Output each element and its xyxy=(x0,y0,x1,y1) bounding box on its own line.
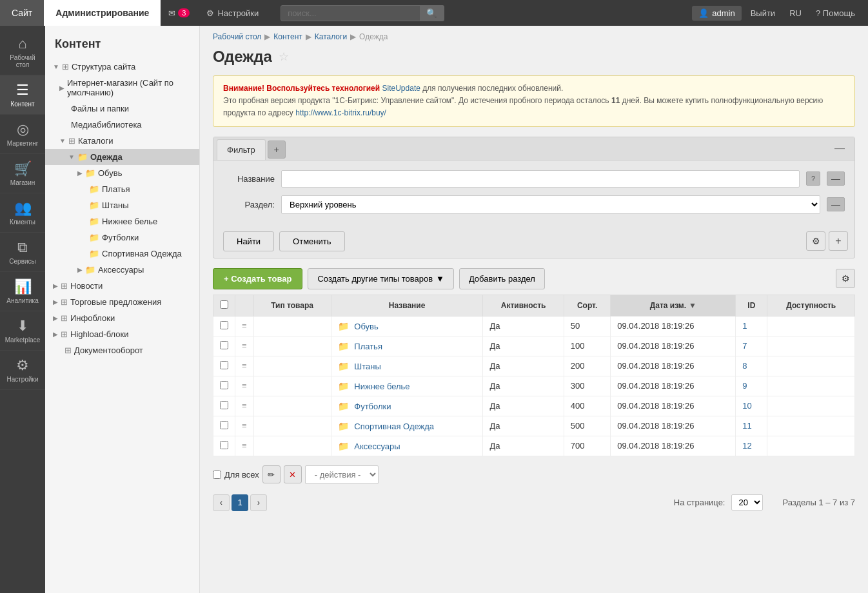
filter-section-remove[interactable]: — xyxy=(827,197,845,211)
find-button[interactable]: Найти xyxy=(223,231,274,251)
breadcrumb-link[interactable]: Каталоги xyxy=(315,32,347,41)
row-checkbox[interactable] xyxy=(220,341,228,349)
col-active[interactable]: Активность xyxy=(483,295,564,316)
messages-btn[interactable]: ✉ 3 xyxy=(161,8,197,18)
filter-add-tab[interactable]: + xyxy=(268,141,286,159)
row-name-link[interactable]: Аксессуары xyxy=(354,442,400,451)
col-select-all[interactable] xyxy=(213,295,235,316)
filter-help-btn[interactable]: ? xyxy=(806,171,820,186)
edit-selected-btn[interactable]: ✏ xyxy=(262,465,281,483)
nav-item[interactable]: 📁Футболки xyxy=(45,229,199,246)
row-checkbox-cell[interactable] xyxy=(213,416,235,436)
nav-item[interactable]: ⊞Документооборот xyxy=(45,342,199,358)
next-page-btn[interactable]: › xyxy=(250,494,267,511)
row-id-link[interactable]: 11 xyxy=(742,421,751,431)
filter-gear-btn[interactable]: ⚙ xyxy=(806,231,825,251)
filter-name-remove[interactable]: — xyxy=(827,171,845,186)
siteupdate-link[interactable]: SiteUpdate xyxy=(382,84,420,93)
nav-item[interactable]: ▶📁Обувь xyxy=(45,165,199,181)
site-tab[interactable]: Сайт xyxy=(0,0,44,26)
row-checkbox-cell[interactable] xyxy=(213,316,235,336)
drag-handle[interactable]: ≡ xyxy=(235,396,254,416)
row-checkbox[interactable] xyxy=(220,321,228,329)
per-page-select[interactable]: 20 xyxy=(731,494,763,510)
breadcrumb-link[interactable]: Контент xyxy=(273,32,302,41)
nav-item[interactable]: ▶⊞Инфоблоки xyxy=(45,310,199,326)
logout-btn[interactable]: Выйти xyxy=(744,6,782,21)
nav-item[interactable]: ▼⊞Каталоги xyxy=(45,133,199,149)
row-id-link[interactable]: 12 xyxy=(742,441,751,451)
drag-handle[interactable]: ≡ xyxy=(235,336,254,356)
col-id[interactable]: ID xyxy=(736,295,767,316)
row-checkbox[interactable] xyxy=(220,361,228,369)
row-name-link[interactable]: Футболки xyxy=(354,402,391,411)
create-other-btn[interactable]: Создать другие типы товаров ▼ xyxy=(308,268,454,289)
col-name[interactable]: Название xyxy=(331,295,483,316)
help-btn[interactable]: ? Помощь xyxy=(809,6,862,21)
row-name-link[interactable]: Платья xyxy=(354,342,382,351)
settings-btn[interactable]: ⚙ Настройки xyxy=(197,8,268,18)
nav-item[interactable]: ▶Интернет-магазин (Сайт по умолчанию) xyxy=(45,75,199,101)
sidebar-icon-content[interactable]: ☰Контент xyxy=(0,75,45,115)
select-all-checkbox[interactable] xyxy=(220,300,228,309)
filter-plus-btn[interactable]: + xyxy=(829,231,848,251)
actions-select[interactable]: - действия - xyxy=(305,465,379,484)
row-name-link[interactable]: Спортивная Одежда xyxy=(354,422,434,431)
row-checkbox-cell[interactable] xyxy=(213,436,235,456)
sidebar-icon-settings[interactable]: ⚙Настройки xyxy=(0,351,45,390)
row-checkbox[interactable] xyxy=(220,381,228,389)
drag-handle[interactable]: ≡ xyxy=(235,376,254,396)
row-id-link[interactable]: 1 xyxy=(742,321,747,331)
nav-item[interactable]: Медиабиблиотека xyxy=(45,117,199,133)
nav-item[interactable]: 📁Нижнее белье xyxy=(45,213,199,229)
nav-item[interactable]: ▼📁Одежда xyxy=(45,149,199,165)
search-button[interactable]: 🔍 xyxy=(420,5,444,21)
sidebar-icon-services[interactable]: ⧉Сервисы xyxy=(0,233,45,272)
favorite-star[interactable]: ☆ xyxy=(279,50,289,64)
drag-handle[interactable]: ≡ xyxy=(235,436,254,456)
footer-select-all[interactable] xyxy=(213,471,221,479)
row-checkbox-cell[interactable] xyxy=(213,376,235,396)
nav-item[interactable]: 📁Платья xyxy=(45,181,199,197)
row-name-link[interactable]: Штаны xyxy=(354,362,380,371)
sidebar-icon-analytics[interactable]: 📊Аналитика xyxy=(0,272,45,311)
row-checkbox[interactable] xyxy=(220,441,228,449)
filter-section-select[interactable]: Верхний уровень xyxy=(281,195,820,214)
row-id-link[interactable]: 8 xyxy=(742,361,747,371)
sidebar-icon-clients[interactable]: 👥Клиенты xyxy=(0,193,45,233)
nav-item[interactable]: Файлы и папки xyxy=(45,101,199,117)
row-id-link[interactable]: 7 xyxy=(742,341,747,351)
nav-item[interactable]: ▼⊞Структура сайта xyxy=(45,59,199,75)
page-1-btn[interactable]: 1 xyxy=(232,494,248,511)
nav-item[interactable]: ▶⊞Новости xyxy=(45,278,199,294)
cancel-button[interactable]: Отменить xyxy=(279,231,344,251)
create-product-btn[interactable]: + Создать товар xyxy=(213,268,302,289)
row-checkbox[interactable] xyxy=(220,421,228,429)
filter-name-input[interactable] xyxy=(281,170,800,188)
row-id-link[interactable]: 10 xyxy=(742,401,751,411)
row-checkbox-cell[interactable] xyxy=(213,336,235,356)
row-checkbox-cell[interactable] xyxy=(213,356,235,376)
col-sort[interactable]: Сорт. xyxy=(564,295,610,316)
search-input[interactable] xyxy=(281,5,422,21)
sidebar-icon-dashboard[interactable]: ⌂Рабочий стол xyxy=(0,29,45,75)
buy-link[interactable]: http://www.1c-bitrix.ru/buy/ xyxy=(295,108,386,117)
nav-item[interactable]: ▶📁Аксессуары xyxy=(45,262,199,278)
sidebar-icon-marketing[interactable]: ◎Маркетинг xyxy=(0,115,45,154)
filter-tab-main[interactable]: Фильтр xyxy=(217,139,266,160)
breadcrumb-link[interactable]: Рабочий стол xyxy=(213,32,261,41)
delete-selected-btn[interactable]: ✕ xyxy=(284,465,302,483)
table-gear-btn[interactable]: ⚙ xyxy=(836,269,855,288)
row-name-link[interactable]: Нижнее белье xyxy=(354,382,409,391)
row-checkbox-cell[interactable] xyxy=(213,396,235,416)
row-id-link[interactable]: 9 xyxy=(742,381,747,391)
nav-item[interactable]: 📁Штаны xyxy=(45,197,199,213)
drag-handle[interactable]: ≡ xyxy=(235,416,254,436)
prev-page-btn[interactable]: ‹ xyxy=(213,494,230,511)
add-section-btn[interactable]: Добавить раздел xyxy=(459,268,545,289)
lang-selector[interactable]: RU xyxy=(784,6,807,21)
nav-item[interactable]: ▶⊞Торговые предложения xyxy=(45,294,199,310)
admin-user-btn[interactable]: 👤 admin xyxy=(692,6,741,21)
filter-collapse-btn[interactable]: — xyxy=(828,139,851,157)
col-date[interactable]: Дата изм.▼ xyxy=(611,295,736,316)
